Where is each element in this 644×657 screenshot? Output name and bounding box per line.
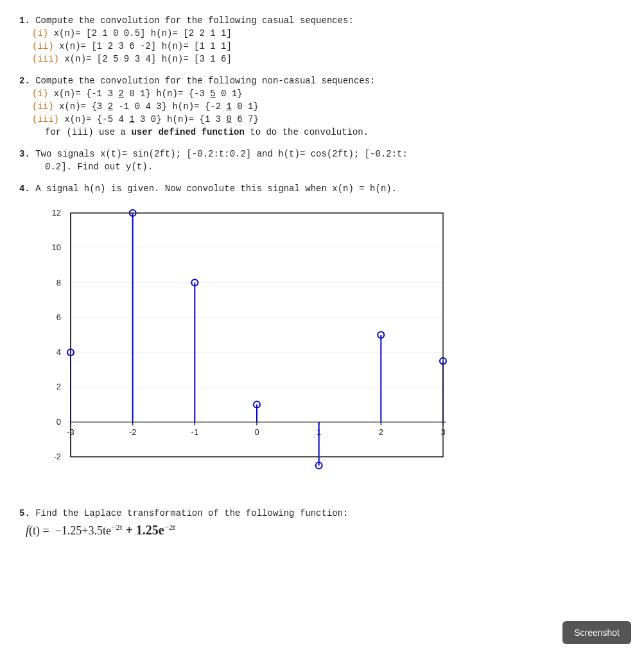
s1-ii-h: h(n)= [1 1 1] bbox=[162, 41, 232, 51]
s1-i-label: (i) bbox=[32, 28, 48, 38]
s2-i-x: x(n)= {-1 3 2 0 1} bbox=[54, 89, 151, 99]
svg-text:8: 8 bbox=[57, 278, 61, 287]
formula-exp2: −2t bbox=[164, 522, 175, 532]
s3-number: 3. bbox=[19, 149, 30, 159]
s2-ii-label: (ii) bbox=[32, 101, 54, 112]
laplace-formula: f(t) = −1.25+3.5te−2t + 1.25e−2t bbox=[26, 522, 625, 538]
svg-text:10: 10 bbox=[52, 243, 61, 252]
s2-title: Compute the convolution for the followin… bbox=[35, 76, 375, 86]
s3-text1: Two signals x(t)= sin(2ft); [-0.2:t:0.2]… bbox=[35, 149, 408, 159]
s1-item-2: (ii) x(n)= [1 2 3 6 -2] h(n)= [1 1 1] bbox=[19, 41, 625, 51]
s5-number: 5. bbox=[19, 508, 30, 518]
s1-iii-label: (iii) bbox=[32, 54, 59, 64]
section-5: 5. Find the Laplace transformation of th… bbox=[19, 508, 625, 538]
s1-i-x: x(n)= [2 1 0 0.5] bbox=[54, 28, 146, 38]
main-content: 1. Compute the convolution for the follo… bbox=[19, 15, 625, 538]
section-3: 3. Two signals x(t)= sin(2ft); [-0.2:t:0… bbox=[19, 149, 625, 172]
s2-ii-h: h(n)= {-2 1 0 1} bbox=[172, 101, 258, 112]
s1-i-h: h(n)= [2 2 1 1] bbox=[151, 28, 232, 38]
s5-text: Find the Laplace transformation of the f… bbox=[35, 508, 348, 518]
s1-number: 1. bbox=[19, 15, 30, 26]
s2-item-2: (ii) x(n)= {3 2 -1 0 4 3} h(n)= {-2 1 0 … bbox=[19, 101, 625, 112]
section-1: 1. Compute the convolution for the follo… bbox=[19, 15, 625, 64]
section-2: 2. Compute the convolution for the follo… bbox=[19, 76, 625, 137]
s4-number: 4. bbox=[19, 183, 30, 194]
svg-text:12: 12 bbox=[52, 208, 61, 218]
svg-text:0: 0 bbox=[254, 427, 259, 437]
s2-iii-label: (iii) bbox=[32, 114, 59, 124]
s2-note: for (iii) use a user defined function to… bbox=[19, 127, 625, 137]
section-4: 4. A signal h(n) is given. Now convolute… bbox=[19, 183, 625, 495]
svg-text:-1: -1 bbox=[191, 427, 199, 437]
section-5-text: 5. Find the Laplace transformation of th… bbox=[19, 508, 625, 518]
formula-plus: + 1.25e bbox=[122, 523, 164, 537]
section-2-title: 2. Compute the convolution for the follo… bbox=[19, 76, 625, 86]
formula-exp1: −2t bbox=[111, 522, 122, 532]
s2-i-h: h(n)= {-3 5 0 1} bbox=[156, 89, 242, 99]
s2-item-3: (iii) x(n)= {-5 4 1 3 0} h(n)= {1 3 0 6 … bbox=[19, 114, 625, 124]
s2-iii-x: x(n)= {-5 4 1 3 0} bbox=[64, 114, 161, 124]
s1-item-1: (i) x(n)= [2 1 0 0.5] h(n)= [2 2 1 1] bbox=[19, 28, 625, 38]
svg-text:2: 2 bbox=[57, 382, 61, 391]
s2-item-1: (i) x(n)= {-1 3 2 0 1} h(n)= {-3 5 0 1} bbox=[19, 89, 625, 99]
s2-number: 2. bbox=[19, 76, 30, 86]
svg-text:6: 6 bbox=[57, 312, 61, 322]
chart-container: -2 0 2 4 6 8 10 12 bbox=[32, 200, 469, 495]
svg-text:-2: -2 bbox=[53, 452, 61, 461]
formula-paren: (t) = −1.25+3.5te bbox=[29, 524, 111, 537]
svg-text:0: 0 bbox=[57, 417, 61, 427]
s2-note-bold: user defined function bbox=[131, 127, 244, 137]
s2-ii-x: x(n)= {3 2 -1 0 4 3} bbox=[59, 101, 167, 112]
s1-title: Compute the convolution for the followin… bbox=[35, 15, 354, 26]
svg-text:2: 2 bbox=[379, 427, 383, 437]
s1-iii-x: x(n)= [2 5 9 3 4] bbox=[64, 54, 156, 64]
section-1-title: 1. Compute the convolution for the follo… bbox=[19, 15, 625, 26]
svg-text:4: 4 bbox=[57, 347, 61, 357]
svg-text:-2: -2 bbox=[129, 427, 137, 437]
s1-ii-label: (ii) bbox=[32, 41, 54, 51]
s2-iii-h: h(n)= {1 3 0 6 7} bbox=[167, 114, 259, 124]
section-3-text2: 0.2]. Find out y(t). bbox=[19, 162, 625, 172]
s4-text: A signal h(n) is given. Now convolute th… bbox=[35, 183, 397, 194]
s2-i-label: (i) bbox=[32, 89, 48, 99]
s3-text2: 0.2]. Find out y(t). bbox=[45, 162, 153, 172]
s2-note-end: to do the convolution. bbox=[245, 127, 369, 137]
s1-item-3: (iii) x(n)= [2 5 9 3 4] h(n)= [3 1 6] bbox=[19, 54, 625, 64]
section-4-text: 4. A signal h(n) is given. Now convolute… bbox=[19, 183, 625, 194]
section-3-text: 3. Two signals x(t)= sin(2ft); [-0.2:t:0… bbox=[19, 149, 625, 159]
stem-chart: -2 0 2 4 6 8 10 12 bbox=[32, 200, 469, 495]
s1-iii-h: h(n)= [3 1 6] bbox=[162, 54, 232, 64]
s1-ii-x: x(n)= [1 2 3 6 -2] bbox=[59, 41, 156, 51]
s2-note-text: for (iii) use a bbox=[45, 127, 131, 137]
